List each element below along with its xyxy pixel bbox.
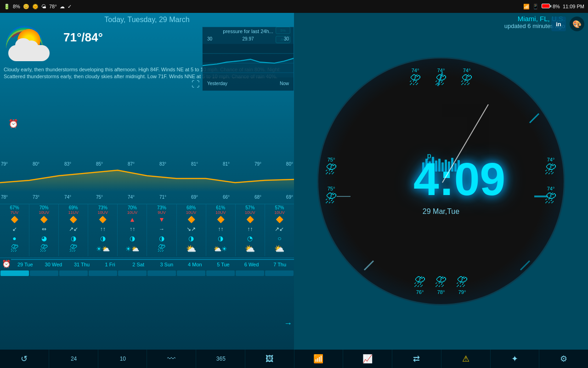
temperature-graph [0, 167, 294, 192]
b4: 75° [96, 195, 103, 200]
t3: 83° [64, 161, 71, 167]
hourly-grid: 67% 7UV 🔶 ↙ ● ⛈ 70% 10UV 🔶 ⇔ ◕ ⛈ 69% 11U… [0, 204, 294, 256]
ring-cloud-bot-center: ⛈ 78° [435, 275, 447, 295]
b2: 73° [33, 195, 40, 200]
share-button[interactable]: ⇄ [392, 350, 441, 368]
pressure-val-2: 29.97 [242, 36, 254, 41]
day-5-tue: 5 Tue [209, 260, 237, 269]
t8: 81° [223, 161, 230, 167]
linkedin-icon[interactable]: in [551, 17, 566, 31]
t7: 81° [191, 161, 198, 167]
prog-bar-6 [147, 270, 176, 276]
left-panel: Today, Tuesday, 29 March 71°/84° 5% -5% … [0, 13, 294, 350]
day-labels: 29 Tue 30 Wed 31 Thu 1 Fri 2 Sat 3 Sun 4… [11, 259, 294, 269]
clock-date-display: 29 Mar,Tue [423, 207, 459, 216]
alarm-icon[interactable]: ⏰ [8, 119, 18, 129]
hourly-col-8: 61% 10UV 🔶 ↑↑ ◑ ⛅☀ [206, 204, 236, 256]
cloud-icon: ☁ [60, 4, 65, 10]
day-2-sat: 2 Sat [124, 260, 153, 269]
settings-button[interactable]: ⚙ [539, 350, 588, 368]
left-ring-weather: 75° ⛈ 75° ⛈ [325, 157, 337, 206]
b5: 74° [128, 195, 135, 200]
expand-icon[interactable]: ⛶ [192, 80, 200, 89]
b9: 68° [254, 195, 261, 200]
hourly-col-1: 67% 7UV 🔶 ↙ ● ⛈ [0, 204, 29, 256]
10d-button[interactable]: 10 [98, 350, 147, 368]
t2: 80° [33, 161, 40, 167]
pressure-title: pressure for last 24h... [203, 27, 294, 35]
battery-bar [542, 4, 550, 8]
radar-button[interactable]: 〰 [147, 350, 196, 368]
compass-button[interactable]: ✦ [491, 350, 540, 368]
alert-button[interactable]: ⚠ [441, 350, 491, 368]
ring-cloud-right-top: 74° ⛈ [545, 157, 557, 177]
pressure-val-3: 30 [284, 36, 289, 41]
pressure-chart-svg [203, 42, 294, 79]
pressure-axis-right: Now [280, 81, 289, 86]
current-date: Today, Tuesday, 29 March [104, 16, 189, 23]
palette-icon[interactable]: 🎨 [570, 17, 584, 31]
hourly-col-6: 73% 9UV ▼ → ◑ ⛈ [147, 204, 176, 256]
pressure-val-1: 30 [207, 36, 212, 41]
day-31-thu: 31 Thu [68, 260, 96, 269]
check-icon: ✓ [68, 4, 72, 10]
temp-display: 71°/84° [59, 27, 107, 48]
ring-cloud-top-left: 74° ⛈ [409, 68, 421, 87]
svg-line-9 [364, 261, 373, 270]
temp-labels-top: 79° 80° 83° 85° 87° 83° 81° 81° 79° 80° [0, 161, 294, 167]
bottom-bar: ↺ 24 10 〰 365 🖼 📶 📈 ⇄ ⚠ ✦ ⚙ [0, 350, 588, 368]
365d-button[interactable]: 365 [196, 350, 245, 368]
sun-icon: 🌞 [32, 4, 39, 10]
ring-cloud-bot-left: ⛈ 76° [414, 275, 426, 295]
right-panel: Miami, FL, U.S. updated 6 minutes ago in… [294, 13, 588, 350]
t6: 83° [159, 161, 166, 167]
scroll-arrow-icon[interactable]: ⏰ [2, 259, 11, 268]
prog-bar-10 [265, 270, 294, 276]
temp-labels-bottom: 78° 73° 74° 75° 74° 71° 69° 66° 68° 69° [0, 194, 294, 200]
day-29-tue: 29 Tue [11, 260, 40, 269]
refresh-button[interactable]: ↺ [0, 350, 49, 368]
prog-bar-9 [236, 270, 264, 276]
t1: 79° [1, 161, 8, 167]
cloud-icon-big [8, 45, 50, 61]
hourly-col-3: 69% 11UV 🔶 ↗↙ ◑ ⛈ [59, 204, 88, 256]
prog-bar-7 [177, 270, 205, 276]
main-content: Today, Tuesday, 29 March 71°/84° 5% -5% … [0, 13, 588, 350]
status-right: 📶 📱 8% 11:09 PM [523, 4, 584, 10]
signal-icon: 📱 [532, 4, 539, 10]
temp-graph-section: 79° 80° 83° 85° 87° 83° 81° 81° 79° 80° [0, 161, 294, 203]
image-button[interactable]: 🖼 [245, 350, 294, 368]
day-4-mon: 4 Mon [181, 260, 209, 269]
ring-cloud-top-right: 74° ⛈ [461, 68, 473, 87]
t9: 79° [254, 161, 261, 167]
battery-percent-icon: 🔋 [4, 4, 10, 10]
svg-line-6 [530, 114, 539, 123]
prog-bar-1 [0, 270, 29, 276]
day-progress-bars [0, 270, 294, 276]
b10: 69° [286, 195, 293, 200]
graph-button[interactable]: 📈 [343, 350, 392, 368]
hourly-col-9: 57% 10UV 🔶 ↑↑ ◔ ⛅ [236, 204, 265, 256]
b3: 74° [64, 195, 71, 200]
prog-bar-5 [118, 270, 147, 276]
wifi-icon: 📶 [523, 4, 530, 10]
t4: 85° [96, 161, 103, 167]
rss-button[interactable]: 📶 [294, 350, 344, 368]
b8: 66° [223, 195, 230, 200]
weather-icon-container [4, 27, 59, 63]
right-scroll-icon[interactable]: → [284, 319, 292, 328]
battery-percentage: 8% [13, 4, 20, 9]
right-ring-weather: 74° ⛈ 74° ⛈ [545, 157, 557, 206]
day-1-fri: 1 Fri [96, 260, 124, 269]
status-bar: 🔋 8% 😊 🌞 🌤 78° ☁ ✓ 📶 📱 8% 11:09 PM [0, 0, 588, 13]
day-7-thu: 7 Thu [266, 260, 294, 269]
day-3-sun: 3 Sun [153, 260, 181, 269]
ring-cloud-right-bottom: 74° ⛈ [545, 186, 557, 206]
24h-button[interactable]: 24 [49, 350, 98, 368]
b6: 71° [159, 195, 166, 200]
hourly-col-5: 70% 10UV ▲ ↑↑ ◑ ☀⛅ [118, 204, 147, 256]
pressure-axis-left: Yesterday [207, 81, 227, 86]
hourly-col-4: 73% 10UV 🔶 ↑↑ ◑ ☀⛅ [88, 204, 118, 256]
ring-cloud-top-center: 74° ⛈ [435, 68, 447, 87]
temperature-icon: 78° [49, 4, 57, 9]
